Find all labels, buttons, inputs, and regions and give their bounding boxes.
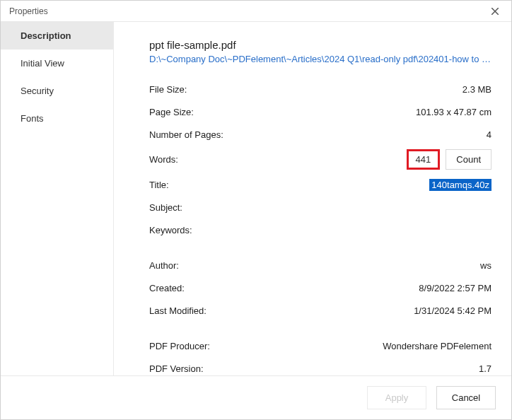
row-file-size: File Size: 2.3 MB (149, 81, 491, 97)
sidebar-item-label: Description (21, 30, 71, 41)
row-page-size: Page Size: 101.93 x 47.87 cm (149, 104, 491, 119)
label-producer: PDF Producer: (149, 341, 210, 351)
document-path[interactable]: D:\~Company Doc\~PDFelement\~Articles\20… (149, 54, 491, 64)
main-area: Description Initial View Security Fonts … (1, 22, 511, 375)
label-author: Author: (149, 260, 179, 271)
label-words: Words: (149, 154, 178, 165)
row-words: Words: 441 Count (149, 149, 491, 170)
document-name: ppt file-sample.pdf (149, 39, 491, 51)
row-title: Title: 140tamqs.40z (149, 177, 491, 192)
row-producer: PDF Producer: Wondershare PDFelement (149, 338, 491, 354)
label-modified: Last Modified: (149, 305, 206, 316)
sidebar-item-initial-view[interactable]: Initial View (1, 49, 113, 77)
row-num-pages: Number of Pages: 4 (149, 127, 491, 142)
sidebar-item-label: Security (21, 86, 54, 96)
label-keywords: Keywords: (149, 225, 192, 235)
row-author: Author: ws (149, 257, 491, 273)
apply-button: Apply (367, 386, 426, 409)
sidebar-item-description[interactable]: Description (1, 22, 113, 49)
row-created: Created: 8/9/2022 2:57 PM (149, 280, 491, 296)
sidebar-item-label: Fonts (21, 113, 44, 124)
value-num-pages: 4 (487, 129, 491, 140)
value-file-size: 2.3 MB (462, 84, 491, 95)
row-keywords: Keywords: (149, 222, 491, 238)
label-page-size: Page Size: (149, 107, 194, 117)
value-page-size: 101.93 x 47.87 cm (416, 107, 491, 117)
close-button[interactable] (484, 1, 506, 21)
window-title: Properties (9, 6, 48, 16)
titlebar: Properties (1, 1, 511, 22)
label-file-size: File Size: (149, 84, 187, 95)
label-title: Title: (149, 180, 169, 190)
row-modified: Last Modified: 1/31/2024 5:42 PM (149, 303, 491, 318)
value-words: 441 (407, 149, 441, 170)
value-author[interactable]: ws (480, 260, 491, 271)
words-value-wrap: 441 Count (407, 149, 491, 170)
sidebar-item-fonts[interactable]: Fonts (1, 105, 113, 132)
sidebar-item-label: Initial View (21, 58, 64, 69)
label-num-pages: Number of Pages: (149, 129, 223, 140)
value-version: 1.7 (479, 363, 491, 374)
value-producer: Wondershare PDFelement (383, 341, 491, 351)
count-button[interactable]: Count (446, 149, 491, 170)
label-version: PDF Version: (149, 363, 204, 374)
footer: Apply Cancel (1, 375, 511, 419)
sidebar: Description Initial View Security Fonts (1, 22, 114, 375)
row-version: PDF Version: 1.7 (149, 361, 491, 375)
content-panel: ppt file-sample.pdf D:\~Company Doc\~PDF… (114, 22, 511, 375)
sidebar-item-security[interactable]: Security (1, 77, 113, 105)
label-subject: Subject: (149, 202, 182, 213)
value-title[interactable]: 140tamqs.40z (429, 179, 491, 191)
cancel-button[interactable]: Cancel (436, 386, 496, 409)
row-subject: Subject: (149, 199, 491, 215)
value-modified: 1/31/2024 5:42 PM (414, 305, 491, 316)
value-created: 8/9/2022 2:57 PM (419, 283, 491, 293)
label-created: Created: (149, 283, 185, 293)
close-icon (491, 8, 499, 15)
